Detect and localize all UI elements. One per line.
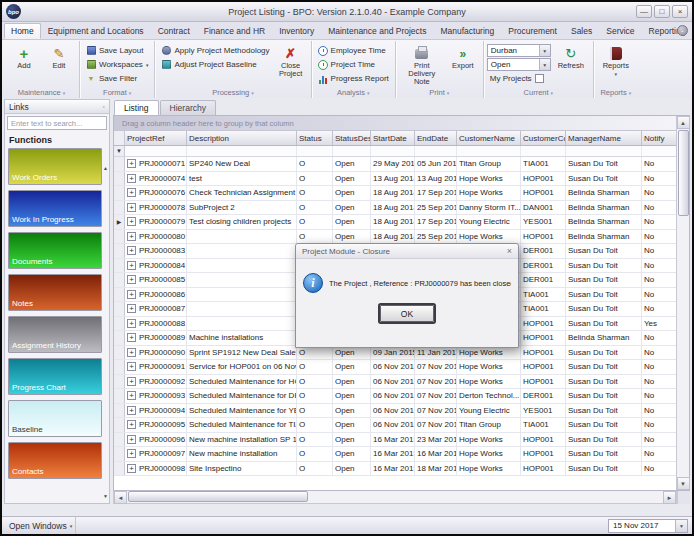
close-button[interactable]: × bbox=[672, 5, 688, 18]
save-filter-button[interactable]: ▼ Save Filter bbox=[83, 72, 151, 85]
sidebar-item-notes[interactable]: Notes bbox=[8, 274, 102, 311]
minimize-button[interactable]: — bbox=[636, 5, 652, 18]
site-dropdown[interactable]: Durban ▼ bbox=[487, 44, 551, 57]
tab-listing[interactable]: Listing bbox=[114, 100, 159, 115]
table-row[interactable]: +PRJ0000080OOpen18 Aug 201425 Sep 2014Ho… bbox=[114, 230, 676, 245]
sidebar-item-work-in-progress[interactable]: Work In Progress bbox=[8, 190, 102, 227]
horizontal-scrollbar-thumb[interactable] bbox=[128, 491, 308, 502]
ribbon-tab-home[interactable]: Home bbox=[4, 23, 41, 39]
employee-time-button[interactable]: Employee Time bbox=[315, 44, 392, 57]
column-header-status[interactable]: Status bbox=[297, 131, 333, 145]
expand-row-icon[interactable]: + bbox=[127, 261, 136, 270]
tab-hierarchy[interactable]: Hierarchy bbox=[160, 100, 216, 115]
ribbon-tab-service[interactable]: Service bbox=[599, 23, 641, 39]
table-row[interactable]: +PRJ0000092Scheduled Maintenance for HO.… bbox=[114, 375, 676, 390]
expand-row-icon[interactable]: + bbox=[127, 203, 136, 212]
sidebar-item-contacts[interactable]: Contacts bbox=[8, 442, 102, 479]
sidebar-item-assignment-history[interactable]: Assignment History bbox=[8, 316, 102, 353]
scroll-right-icon[interactable]: ► bbox=[663, 491, 676, 504]
table-row[interactable]: +PRJ0000095Scheduled Maintenance for TIA… bbox=[114, 418, 676, 433]
column-header-enddate[interactable]: EndDate bbox=[415, 131, 457, 145]
table-row[interactable]: +PRJ0000094Scheduled Maintenance for YE.… bbox=[114, 404, 676, 419]
expand-row-icon[interactable]: + bbox=[127, 464, 136, 473]
column-header-customercode[interactable]: CustomerCode bbox=[521, 131, 566, 145]
filter-cell[interactable] bbox=[125, 146, 187, 156]
ok-button[interactable]: OK bbox=[380, 305, 434, 322]
column-header-customername[interactable]: CustomerName bbox=[457, 131, 521, 145]
scroll-up-icon[interactable]: ▲ bbox=[677, 116, 690, 129]
filter-cell[interactable] bbox=[187, 146, 297, 156]
expand-row-icon[interactable]: + bbox=[127, 391, 136, 400]
table-row[interactable]: +PRJ0000076Check Technician AssignmentOO… bbox=[114, 186, 676, 201]
filter-cell[interactable] bbox=[415, 146, 457, 156]
print-delivery-note-button[interactable]: Print Delivery Note bbox=[399, 42, 445, 87]
scroll-down-icon[interactable]: ▼ bbox=[677, 477, 690, 490]
filter-cell[interactable] bbox=[333, 146, 371, 156]
filter-cell[interactable] bbox=[642, 146, 676, 156]
progress-report-button[interactable]: Progress Report bbox=[315, 72, 392, 85]
table-row[interactable]: +PRJ0000096New machine installation SP 1… bbox=[114, 433, 676, 448]
table-row[interactable]: +PRJ0000074testOOpen13 Aug 201413 Aug 20… bbox=[114, 172, 676, 187]
table-row[interactable]: ▶+PRJ0000079Test closing children projec… bbox=[114, 215, 676, 230]
column-header-projectref[interactable]: ProjectRef bbox=[125, 131, 187, 145]
sidebar-item-work-orders[interactable]: Work Orders bbox=[8, 148, 102, 185]
column-header-statusdesc[interactable]: StatusDesc bbox=[333, 131, 371, 145]
table-row[interactable]: +PRJ0000078SubProject 2OOpen18 Aug 20142… bbox=[114, 201, 676, 216]
vertical-scrollbar-thumb[interactable] bbox=[678, 130, 689, 216]
apply-project-methodology-button[interactable]: Apply Project Methodology bbox=[158, 44, 272, 57]
scroll-left-icon[interactable]: ◄ bbox=[114, 491, 127, 504]
expand-row-icon[interactable]: + bbox=[127, 348, 136, 357]
reports-button[interactable]: Reports ▾ bbox=[597, 42, 635, 87]
column-header-description[interactable]: Description bbox=[187, 131, 297, 145]
column-header-managername[interactable]: ManagerName bbox=[566, 131, 642, 145]
ribbon-tab-maintenance-and-projects[interactable]: Maintenance and Projects bbox=[321, 23, 433, 39]
scroll-up-icon[interactable]: ▲ bbox=[103, 166, 108, 171]
sidebar-item-progress-chart[interactable]: Progress Chart bbox=[8, 358, 102, 395]
expand-row-icon[interactable]: + bbox=[127, 362, 136, 371]
adjust-project-baseline-button[interactable]: Adjust Project Baseline bbox=[158, 58, 272, 71]
expand-row-icon[interactable]: + bbox=[127, 319, 136, 328]
edit-button[interactable]: ✎ Edit bbox=[42, 42, 76, 87]
ribbon-tab-sales[interactable]: Sales bbox=[564, 23, 599, 39]
grid-filter-row[interactable]: ▼ bbox=[114, 146, 676, 157]
ribbon-tab-manufacturing[interactable]: Manufacturing bbox=[433, 23, 501, 39]
expand-row-icon[interactable]: + bbox=[127, 232, 136, 241]
search-input[interactable] bbox=[7, 116, 107, 130]
open-windows-button[interactable]: Open Windows ▾ bbox=[6, 517, 76, 534]
date-picker[interactable]: 15 Nov 2017 ▼ bbox=[608, 519, 688, 533]
table-row[interactable]: +PRJ0000091Service for HOP001 on 06 Nov … bbox=[114, 360, 676, 375]
expand-row-icon[interactable]: + bbox=[127, 333, 136, 342]
expand-row-icon[interactable]: + bbox=[127, 420, 136, 429]
panel-options-icon[interactable]: ◦ bbox=[103, 103, 105, 110]
filter-cell[interactable] bbox=[457, 146, 521, 156]
ribbon-tab-procurement[interactable]: Procurement bbox=[501, 23, 564, 39]
sidebar-item-baseline[interactable]: Baseline bbox=[8, 400, 102, 437]
column-header-notify[interactable]: Notify bbox=[642, 131, 676, 145]
scroll-down-icon[interactable]: ▼ bbox=[103, 494, 108, 499]
close-project-button[interactable]: ✗ Close Project bbox=[274, 42, 308, 87]
table-row[interactable]: +PRJ0000093Scheduled Maintenance for DE.… bbox=[114, 389, 676, 404]
expand-row-icon[interactable]: + bbox=[127, 217, 136, 226]
expand-row-icon[interactable]: + bbox=[127, 449, 136, 458]
expand-row-icon[interactable]: + bbox=[127, 246, 136, 255]
table-row[interactable]: +PRJ0000097New machine installationOOpen… bbox=[114, 447, 676, 462]
table-row[interactable]: +PRJ0000098Site InspectinoOOpen16 Mar 20… bbox=[114, 462, 676, 477]
add-button[interactable]: + Add bbox=[7, 42, 41, 87]
expand-row-icon[interactable]: + bbox=[127, 290, 136, 299]
filter-cell[interactable] bbox=[566, 146, 642, 156]
export-button[interactable]: » Export bbox=[446, 42, 480, 87]
ribbon-help-icon[interactable]: - bbox=[677, 25, 688, 36]
expand-row-icon[interactable]: + bbox=[127, 377, 136, 386]
workspaces-button[interactable]: Workspaces ▾ bbox=[83, 58, 151, 71]
dialog-close-icon[interactable]: × bbox=[507, 247, 512, 256]
save-layout-button[interactable]: Save Layout bbox=[83, 44, 151, 57]
expand-row-icon[interactable]: + bbox=[127, 406, 136, 415]
expand-row-icon[interactable]: + bbox=[127, 159, 136, 168]
table-row[interactable]: +PRJ0000071SP240 New DealOOpen29 May 201… bbox=[114, 157, 676, 172]
expand-row-icon[interactable]: + bbox=[127, 304, 136, 313]
sidebar-item-documents[interactable]: Documents bbox=[8, 232, 102, 269]
filter-cell[interactable] bbox=[297, 146, 333, 156]
ribbon-tab-inventory[interactable]: Inventory bbox=[272, 23, 321, 39]
project-time-button[interactable]: Project Time bbox=[315, 58, 392, 71]
expand-row-icon[interactable]: + bbox=[127, 275, 136, 284]
